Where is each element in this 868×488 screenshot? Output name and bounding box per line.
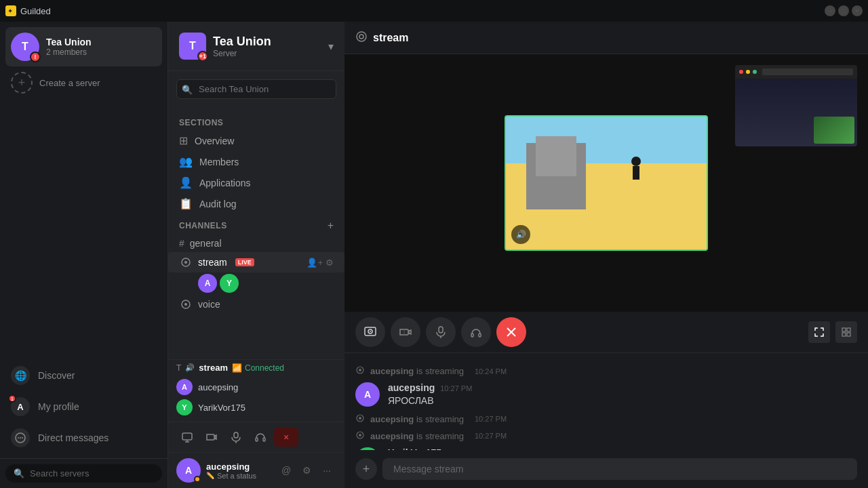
system-message-2: aucepsing is streaming 10:27 PM: [355, 412, 857, 426]
voice-user-aucepsing: A: [198, 274, 217, 293]
profile-label: My profile: [38, 401, 79, 412]
server-search-input[interactable]: [176, 79, 336, 99]
svg-rect-29: [842, 333, 846, 336]
more-button[interactable]: ···: [317, 461, 336, 480]
svg-point-34: [359, 417, 361, 420]
voice-controls: ×: [168, 422, 344, 452]
server-header-sub: Server: [213, 49, 328, 58]
svg-point-15: [357, 32, 366, 41]
user-bar-info: aucepsing ✏️ Set a status: [206, 462, 271, 480]
add-channel-button[interactable]: +: [328, 220, 334, 232]
invite-button[interactable]: 👤+: [307, 258, 323, 268]
layout-grid-button[interactable]: [835, 321, 857, 343]
members-icon: 👥: [179, 155, 193, 168]
message-author-1: aucepsing: [388, 382, 435, 393]
stream-mute-button[interactable]: 🔊: [511, 225, 530, 244]
minimize-button[interactable]: ─: [825, 5, 835, 16]
svg-rect-21: [439, 327, 443, 333]
sidebar-item-profile[interactable]: A My profile 1: [5, 392, 162, 422]
mic-voice-btn[interactable]: [225, 426, 247, 448]
stream-thumbnail: [735, 65, 857, 146]
thumb-dot-yellow: [746, 70, 750, 74]
chat-input-box[interactable]: Message stream: [382, 458, 857, 480]
user-bar: A aucepsing ✏️ Set a status @ ⚙ ···: [168, 452, 344, 488]
voice-channel-icon-2: [179, 298, 193, 311]
message-time-1: 10:27 PM: [440, 384, 472, 392]
left-sidebar: T ! Tea Union 2 members + Create a serve…: [0, 22, 168, 488]
chat-add-button[interactable]: +: [355, 458, 377, 480]
end-call-voice-btn[interactable]: ×: [274, 428, 298, 447]
voice-connected-row: T 🔊 stream 📶 Connected: [168, 360, 344, 375]
layout-expand-button[interactable]: [808, 321, 830, 343]
channel-type-icon: T: [176, 363, 181, 373]
stream-mic-button[interactable]: [426, 317, 456, 347]
settings-gear-button[interactable]: ⚙: [297, 461, 316, 480]
sidebar-item-direct-messages[interactable]: Direct messages: [5, 423, 162, 453]
search-servers-input[interactable]: 🔍 Search servers: [5, 464, 162, 483]
overview-label: Overview: [195, 136, 234, 146]
thumb-dot-red: [739, 70, 743, 74]
channel-type-icon2: 🔊: [185, 363, 195, 372]
stream-end-button[interactable]: [496, 317, 526, 347]
server-header-name: Tea Union: [213, 35, 328, 49]
thumb-address-bar: [762, 68, 853, 75]
nav-item-overview[interactable]: ⊞ Overview: [168, 130, 344, 151]
screen-share-voice-btn[interactable]: [176, 426, 198, 448]
svg-point-3: [22, 437, 23, 439]
sidebar-item-discover[interactable]: 🌐 Discover: [5, 361, 162, 390]
message-text-1: ЯРОСЛАВ: [388, 394, 857, 408]
notification-dot: 1: [8, 394, 16, 403]
headphones-voice-btn[interactable]: [250, 426, 271, 448]
channel-item-stream[interactable]: stream LIVE 👤+ ⚙: [168, 252, 344, 272]
svg-point-2: [20, 437, 21, 439]
maximize-button[interactable]: □: [838, 5, 849, 16]
user-bar-actions: @ ⚙ ···: [277, 461, 336, 480]
left-nav: 🌐 Discover A My profile 1 Direct messag: [0, 355, 167, 458]
system-voice-icon-3: [355, 430, 365, 442]
channel-item-voice[interactable]: voice: [168, 294, 344, 314]
members-label: Members: [199, 157, 239, 167]
channel-item-general[interactable]: # general: [168, 235, 344, 252]
server-dropdown-button[interactable]: ▾: [328, 40, 334, 53]
voice-connected-status: 📶 Connected: [232, 363, 284, 373]
create-server-label: Create a server: [39, 78, 100, 88]
user-bar-status: ✏️ Set a status: [206, 472, 271, 480]
nav-item-audit-log[interactable]: 📋 Audit log: [168, 193, 344, 214]
connected-label: Connected: [245, 363, 284, 373]
channel-type-header-icon: [355, 30, 368, 45]
thumb-content: [735, 79, 857, 146]
search-servers-area: 🔍 Search servers: [0, 458, 167, 488]
voice-channel-name: stream: [199, 363, 228, 373]
search-icon: 🔍: [14, 468, 24, 479]
server-item-tea-union[interactable]: T ! Tea Union 2 members: [5, 27, 162, 66]
voice-user-row-2: Y YarikVor175: [176, 397, 336, 418]
direct-messages-label: Direct messages: [38, 432, 108, 443]
nav-item-applications[interactable]: 👤 Applications: [168, 172, 344, 193]
chat-header: stream: [344, 22, 868, 54]
stream-screenshare-button[interactable]: [355, 317, 385, 347]
at-button[interactable]: @: [277, 461, 296, 480]
create-server-button[interactable]: + Create a server: [5, 66, 162, 99]
voice-channel-icon: [179, 256, 193, 269]
message-avatar-1: A: [355, 382, 380, 407]
server-header-icon: T +1: [179, 33, 206, 60]
close-button[interactable]: ✕: [852, 5, 863, 16]
character: [616, 157, 656, 223]
chat-input-placeholder: Message stream: [393, 464, 463, 474]
svg-rect-13: [256, 438, 258, 441]
server-notif-badge: +1: [197, 51, 208, 62]
settings-button[interactable]: ⚙: [326, 258, 334, 268]
messages-area: aucepsing is streaming 10:24 PM A auceps…: [344, 353, 868, 450]
titlebar: Guilded ─ □ ✕: [0, 0, 868, 22]
nav-item-members[interactable]: 👥 Members: [168, 151, 344, 172]
stream-camera-button[interactable]: [391, 317, 420, 347]
server-members: 2 members: [46, 47, 157, 57]
message-header-1: aucepsing 10:27 PM: [388, 382, 857, 393]
camera-voice-btn[interactable]: [201, 426, 222, 448]
svg-rect-8: [182, 433, 192, 440]
char-head: [631, 157, 641, 166]
channel-actions: 👤+ ⚙: [307, 258, 334, 268]
system-message-time-3: 10:27 PM: [475, 432, 507, 440]
direct-messages-icon: [11, 428, 30, 447]
stream-headphones-button[interactable]: [461, 317, 491, 347]
